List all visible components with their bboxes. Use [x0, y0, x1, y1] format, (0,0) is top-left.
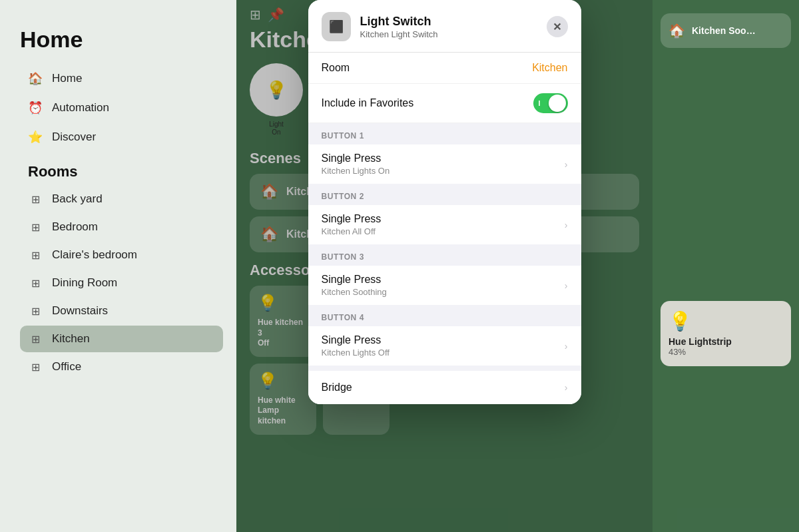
button-group-2-main: Single Press [322, 213, 382, 225]
nav-home-label: Home [52, 72, 82, 85]
button-group-4-content: Single Press Kitchen Lights Off [322, 334, 390, 358]
nav-discover-label: Discover [52, 131, 96, 144]
modal-header: ⬛ Light Switch Kitchen Light Switch ✕ [308, 0, 581, 53]
button-group-1-chevron-icon: › [565, 159, 568, 170]
room-item-dining-room[interactable]: ⊞ Dining Room [20, 270, 223, 296]
button-group-1-sub: Kitchen Lights On [322, 166, 390, 176]
button-group-header-1: BUTTON 1 [308, 123, 581, 144]
modal-room-row[interactable]: Room Kitchen [308, 53, 581, 84]
room-kitchen-icon: ⊞ [28, 333, 43, 346]
hue-lightstrip-label: Hue Lightstrip [668, 336, 783, 347]
right-scene-card[interactable]: 🏠 Kitchen Soo… [661, 13, 791, 48]
button-group-header-2: BUTTON 2 [308, 184, 581, 205]
right-scene-label: Kitchen Soo… [692, 25, 756, 36]
button-group-4-main: Single Press [322, 334, 390, 346]
room-item-office[interactable]: ⊞ Office [20, 354, 223, 380]
room-item-downstairs[interactable]: ⊞ Downstairs [20, 298, 223, 324]
main-area: ⊞ 📌 Kitchen 💡 LightOn ⏸ Front DoorClosed… [236, 0, 653, 532]
sidebar-title: Home [20, 27, 223, 53]
button-group-1-content: Single Press Kitchen Lights On [322, 152, 390, 176]
modal-bridge-label: Bridge [322, 382, 352, 394]
button-group-header-4: BUTTON 4 [308, 305, 581, 326]
nav-item-discover[interactable]: ⭐ Discover [20, 123, 223, 151]
room-backyard-icon: ⊞ [28, 193, 43, 206]
room-office-icon: ⊞ [28, 361, 43, 374]
nav-discover-icon: ⭐ [28, 130, 43, 144]
nav-item-automation[interactable]: ⏰ Automation [20, 94, 223, 122]
room-dining-room-label: Dining Room [52, 276, 117, 290]
room-claires-bedroom-icon: ⊞ [28, 249, 43, 262]
room-office-label: Office [52, 360, 81, 374]
modal-overlay: ⬛ Light Switch Kitchen Light Switch ✕ Ro… [236, 0, 653, 532]
toggle-on-label: I [539, 99, 541, 107]
right-panel: 🏠 Kitchen Soo… 💡 Hue Lightstrip 43% [653, 0, 799, 532]
hue-lightstrip-icon: 💡 [668, 310, 783, 332]
room-item-backyard[interactable]: ⊞ Back yard [20, 186, 223, 212]
modal-subtitle: Kitchen Light Switch [360, 29, 537, 39]
modal-title-block: Light Switch Kitchen Light Switch [360, 15, 537, 39]
toggle-knob [549, 95, 566, 112]
button-group-1-row-1[interactable]: Single Press Kitchen Lights On › [308, 144, 581, 184]
modal-device-icon: ⬛ [322, 12, 351, 41]
modal-favorites-toggle[interactable]: I [533, 93, 568, 113]
room-kitchen-label: Kitchen [52, 332, 90, 346]
room-item-bedroom[interactable]: ⊞ Bedroom [20, 214, 223, 240]
button-group-2-content: Single Press Kitchen All Off [322, 213, 382, 236]
modal-favorites-label: Include in Favorites [322, 97, 414, 109]
button-group-1-main: Single Press [322, 152, 390, 164]
button-group-3-row-1[interactable]: Single Press Kitchen Soothing › [308, 266, 581, 305]
button-group-2-chevron-icon: › [565, 220, 568, 230]
nav-home-icon: 🏠 [28, 71, 43, 86]
button-group-4-row-1[interactable]: Single Press Kitchen Lights Off › [308, 326, 581, 366]
modal-title: Light Switch [360, 15, 537, 29]
nav-item-home[interactable]: 🏠 Home [20, 65, 223, 93]
modal-close-button[interactable]: ✕ [547, 16, 568, 37]
hue-lightstrip-sub: 43% [668, 347, 783, 357]
room-item-kitchen[interactable]: ⊞ Kitchen [20, 326, 223, 352]
room-backyard-label: Back yard [52, 192, 103, 206]
button-group-3-chevron-icon: › [565, 280, 568, 291]
button-group-4-sub: Kitchen Lights Off [322, 348, 390, 358]
room-bedroom-icon: ⊞ [28, 221, 43, 234]
modal-bridge-row[interactable]: Bridge › [308, 371, 581, 404]
button-group-2-row-1[interactable]: Single Press Kitchen All Off › [308, 205, 581, 244]
modal-room-value: Kitchen [532, 62, 567, 74]
room-bedroom-label: Bedroom [52, 220, 98, 234]
nav-automation-label: Automation [52, 101, 109, 115]
button-group-3-main: Single Press [322, 274, 387, 286]
modal: ⬛ Light Switch Kitchen Light Switch ✕ Ro… [308, 0, 581, 404]
rooms-header: Rooms [20, 152, 223, 186]
button-group-3-content: Single Press Kitchen Soothing [322, 274, 387, 297]
room-downstairs-icon: ⊞ [28, 305, 43, 318]
button-group-2-sub: Kitchen All Off [322, 226, 382, 236]
room-claires-bedroom-label: Claire's bedroom [52, 248, 137, 262]
nav-automation-icon: ⏰ [28, 101, 43, 115]
right-scene-icon: 🏠 [668, 23, 685, 39]
button-group-header-3: BUTTON 3 [308, 244, 581, 266]
sidebar: Home 🏠 Home ⏰ Automation ⭐ Discover Room… [0, 0, 236, 532]
room-dining-room-icon: ⊞ [28, 277, 43, 290]
room-downstairs-label: Downstairs [52, 304, 108, 318]
hue-lightstrip-card[interactable]: 💡 Hue Lightstrip 43% [661, 301, 791, 366]
button-group-4-chevron-icon: › [565, 341, 568, 352]
modal-favorites-row[interactable]: Include in Favorites I [308, 84, 581, 123]
button-group-3-sub: Kitchen Soothing [322, 287, 387, 297]
modal-room-label: Room [322, 62, 350, 74]
bridge-chevron-icon: › [565, 382, 568, 393]
room-item-claires-bedroom[interactable]: ⊞ Claire's bedroom [20, 242, 223, 268]
